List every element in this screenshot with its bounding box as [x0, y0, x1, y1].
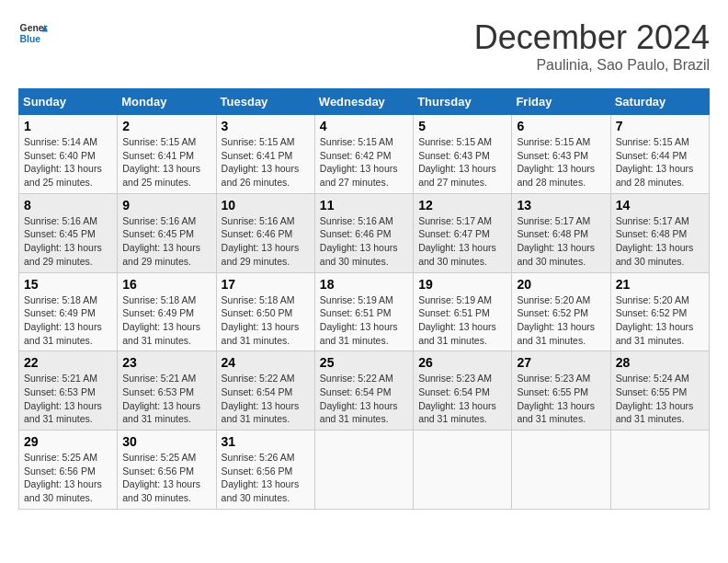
calendar-cell: [314, 431, 413, 510]
day-number: 18: [320, 277, 408, 292]
day-number: 22: [24, 355, 112, 370]
day-number: 20: [517, 277, 605, 292]
day-number: 21: [616, 277, 704, 292]
calendar-cell: 8Sunrise: 5:16 AMSunset: 6:45 PMDaylight…: [19, 193, 118, 272]
cell-daylight-info: Sunrise: 5:26 AMSunset: 6:56 PMDaylight:…: [222, 451, 310, 505]
calendar-header-row: SundayMondayTuesdayWednesdayThursdayFrid…: [19, 89, 710, 115]
calendar-cell: 27Sunrise: 5:23 AMSunset: 6:55 PMDayligh…: [512, 351, 610, 431]
day-number: 26: [418, 355, 506, 370]
day-number: 29: [24, 434, 112, 449]
day-number: 8: [24, 198, 112, 213]
day-number: 16: [122, 277, 210, 292]
cell-daylight-info: Sunrise: 5:22 AMSunset: 6:54 PMDaylight:…: [320, 372, 408, 426]
day-header-tuesday: Tuesday: [216, 89, 314, 115]
calendar-cell: [512, 431, 610, 510]
day-number: 9: [122, 198, 210, 213]
cell-daylight-info: Sunrise: 5:18 AMSunset: 6:50 PMDaylight:…: [222, 293, 310, 348]
day-number: 5: [418, 119, 506, 133]
page-header: General Blue December 2024 Paulinia, Sao…: [18, 18, 710, 74]
day-number: 12: [418, 198, 506, 213]
day-number: 28: [616, 355, 704, 370]
calendar-cell: 4Sunrise: 5:15 AMSunset: 6:42 PMDaylight…: [314, 115, 413, 194]
calendar-cell: [414, 431, 512, 510]
cell-daylight-info: Sunrise: 5:25 AMSunset: 6:56 PMDaylight:…: [24, 451, 112, 505]
cell-daylight-info: Sunrise: 5:16 AMSunset: 6:46 PMDaylight:…: [320, 214, 408, 269]
calendar-week-row: 8Sunrise: 5:16 AMSunset: 6:45 PMDaylight…: [19, 193, 710, 272]
calendar-table: SundayMondayTuesdayWednesdayThursdayFrid…: [18, 88, 710, 510]
calendar-cell: 23Sunrise: 5:21 AMSunset: 6:53 PMDayligh…: [118, 351, 216, 431]
cell-daylight-info: Sunrise: 5:21 AMSunset: 6:53 PMDaylight:…: [24, 372, 112, 426]
day-header-thursday: Thursday: [414, 89, 512, 115]
calendar-cell: 20Sunrise: 5:20 AMSunset: 6:52 PMDayligh…: [512, 272, 610, 351]
cell-daylight-info: Sunrise: 5:18 AMSunset: 6:49 PMDaylight:…: [122, 293, 210, 348]
calendar-cell: 5Sunrise: 5:15 AMSunset: 6:43 PMDaylight…: [414, 115, 512, 194]
cell-daylight-info: Sunrise: 5:20 AMSunset: 6:52 PMDaylight:…: [517, 293, 605, 348]
calendar-cell: 22Sunrise: 5:21 AMSunset: 6:53 PMDayligh…: [19, 351, 118, 431]
calendar-cell: 14Sunrise: 5:17 AMSunset: 6:48 PMDayligh…: [610, 193, 709, 272]
calendar-cell: 6Sunrise: 5:15 AMSunset: 6:43 PMDaylight…: [512, 115, 610, 194]
calendar-title: December 2024: [474, 18, 710, 57]
calendar-cell: 17Sunrise: 5:18 AMSunset: 6:50 PMDayligh…: [216, 272, 314, 351]
calendar-cell: 30Sunrise: 5:25 AMSunset: 6:56 PMDayligh…: [118, 431, 216, 510]
day-number: 23: [122, 355, 210, 370]
cell-daylight-info: Sunrise: 5:21 AMSunset: 6:53 PMDaylight:…: [122, 372, 210, 426]
cell-daylight-info: Sunrise: 5:15 AMSunset: 6:41 PMDaylight:…: [122, 135, 210, 190]
calendar-cell: 18Sunrise: 5:19 AMSunset: 6:51 PMDayligh…: [314, 272, 413, 351]
day-number: 19: [418, 277, 506, 292]
calendar-cell: 12Sunrise: 5:17 AMSunset: 6:47 PMDayligh…: [414, 193, 512, 272]
calendar-cell: 3Sunrise: 5:15 AMSunset: 6:41 PMDaylight…: [216, 115, 314, 194]
day-number: 11: [320, 198, 408, 213]
calendar-week-row: 29Sunrise: 5:25 AMSunset: 6:56 PMDayligh…: [19, 431, 710, 510]
cell-daylight-info: Sunrise: 5:24 AMSunset: 6:55 PMDaylight:…: [616, 372, 704, 426]
calendar-cell: 13Sunrise: 5:17 AMSunset: 6:48 PMDayligh…: [512, 193, 610, 272]
day-number: 2: [122, 119, 210, 133]
cell-daylight-info: Sunrise: 5:15 AMSunset: 6:42 PMDaylight:…: [320, 135, 408, 190]
day-number: 27: [517, 355, 605, 370]
cell-daylight-info: Sunrise: 5:18 AMSunset: 6:49 PMDaylight:…: [24, 293, 112, 348]
logo: General Blue: [18, 18, 48, 48]
cell-daylight-info: Sunrise: 5:20 AMSunset: 6:52 PMDaylight:…: [616, 293, 704, 348]
calendar-cell: 19Sunrise: 5:19 AMSunset: 6:51 PMDayligh…: [414, 272, 512, 351]
calendar-cell: 15Sunrise: 5:18 AMSunset: 6:49 PMDayligh…: [19, 272, 118, 351]
calendar-week-row: 22Sunrise: 5:21 AMSunset: 6:53 PMDayligh…: [19, 351, 710, 431]
cell-daylight-info: Sunrise: 5:17 AMSunset: 6:48 PMDaylight:…: [616, 214, 704, 269]
day-number: 17: [222, 277, 310, 292]
day-number: 25: [320, 355, 408, 370]
cell-daylight-info: Sunrise: 5:22 AMSunset: 6:54 PMDaylight:…: [222, 372, 310, 426]
calendar-cell: 7Sunrise: 5:15 AMSunset: 6:44 PMDaylight…: [610, 115, 709, 194]
calendar-cell: 21Sunrise: 5:20 AMSunset: 6:52 PMDayligh…: [610, 272, 709, 351]
calendar-cell: 1Sunrise: 5:14 AMSunset: 6:40 PMDaylight…: [19, 115, 118, 194]
day-number: 15: [24, 277, 112, 292]
cell-daylight-info: Sunrise: 5:23 AMSunset: 6:55 PMDaylight:…: [517, 372, 605, 426]
calendar-body: 1Sunrise: 5:14 AMSunset: 6:40 PMDaylight…: [19, 115, 710, 510]
calendar-subtitle: Paulinia, Sao Paulo, Brazil: [474, 57, 710, 74]
cell-daylight-info: Sunrise: 5:15 AMSunset: 6:43 PMDaylight:…: [418, 135, 506, 190]
day-number: 1: [24, 119, 112, 133]
cell-daylight-info: Sunrise: 5:19 AMSunset: 6:51 PMDaylight:…: [320, 293, 408, 348]
day-header-monday: Monday: [118, 89, 216, 115]
title-area: December 2024 Paulinia, Sao Paulo, Brazi…: [474, 18, 710, 74]
day-header-saturday: Saturday: [610, 89, 709, 115]
calendar-week-row: 15Sunrise: 5:18 AMSunset: 6:49 PMDayligh…: [19, 272, 710, 351]
calendar-cell: 31Sunrise: 5:26 AMSunset: 6:56 PMDayligh…: [216, 431, 314, 510]
cell-daylight-info: Sunrise: 5:17 AMSunset: 6:48 PMDaylight:…: [517, 214, 605, 269]
cell-daylight-info: Sunrise: 5:15 AMSunset: 6:43 PMDaylight:…: [517, 135, 605, 190]
cell-daylight-info: Sunrise: 5:19 AMSunset: 6:51 PMDaylight:…: [418, 293, 506, 348]
day-header-friday: Friday: [512, 89, 610, 115]
cell-daylight-info: Sunrise: 5:14 AMSunset: 6:40 PMDaylight:…: [24, 135, 112, 190]
calendar-cell: 10Sunrise: 5:16 AMSunset: 6:46 PMDayligh…: [216, 193, 314, 272]
svg-text:Blue: Blue: [20, 34, 41, 44]
calendar-cell: 29Sunrise: 5:25 AMSunset: 6:56 PMDayligh…: [19, 431, 118, 510]
day-number: 10: [222, 198, 310, 213]
day-number: 7: [616, 119, 704, 133]
cell-daylight-info: Sunrise: 5:17 AMSunset: 6:47 PMDaylight:…: [418, 214, 506, 269]
day-number: 24: [222, 355, 310, 370]
day-number: 31: [222, 434, 310, 449]
calendar-cell: 2Sunrise: 5:15 AMSunset: 6:41 PMDaylight…: [118, 115, 216, 194]
calendar-cell: 11Sunrise: 5:16 AMSunset: 6:46 PMDayligh…: [314, 193, 413, 272]
calendar-week-row: 1Sunrise: 5:14 AMSunset: 6:40 PMDaylight…: [19, 115, 710, 194]
calendar-cell: 9Sunrise: 5:16 AMSunset: 6:45 PMDaylight…: [118, 193, 216, 272]
day-number: 13: [517, 198, 605, 213]
calendar-cell: 28Sunrise: 5:24 AMSunset: 6:55 PMDayligh…: [610, 351, 709, 431]
cell-daylight-info: Sunrise: 5:23 AMSunset: 6:54 PMDaylight:…: [418, 372, 506, 426]
